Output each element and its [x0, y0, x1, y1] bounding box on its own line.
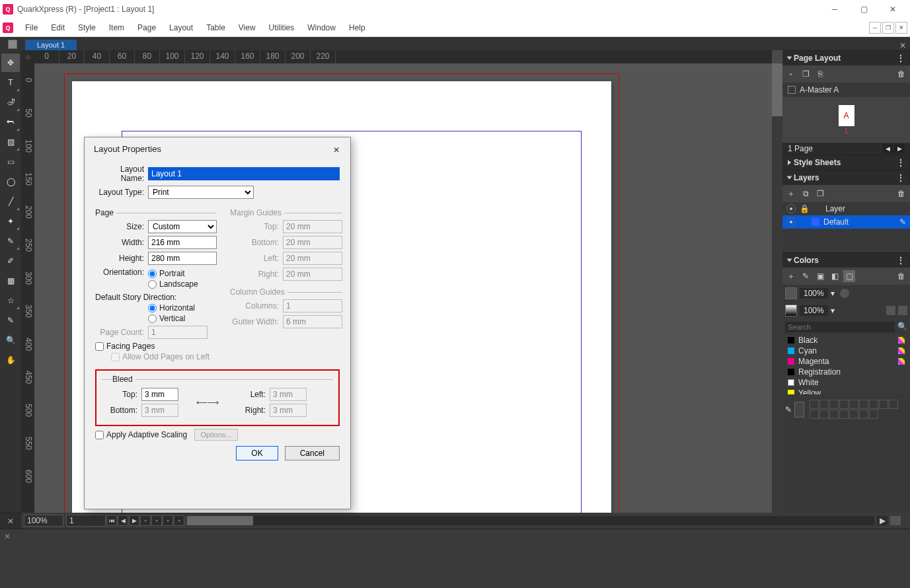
- vertical-ruler[interactable]: 0 50 100 150 200 250 300 350 400 450 500…: [21, 63, 34, 513]
- resize-handle-icon[interactable]: [890, 516, 901, 525]
- table-tool[interactable]: ▦: [1, 272, 20, 290]
- visibility-icon[interactable]: [786, 217, 796, 227]
- dup-page-icon[interactable]: ❐: [800, 68, 812, 80]
- menu-item[interactable]: Item: [102, 18, 131, 37]
- layer-row[interactable]: 🔒Layer: [782, 202, 910, 215]
- layer-row-selected[interactable]: Default✎: [782, 215, 910, 229]
- close-button[interactable]: ✕: [878, 0, 907, 18]
- layout-name-input[interactable]: [148, 167, 340, 180]
- frame-color-icon[interactable]: ▣: [814, 270, 826, 282]
- menu-file[interactable]: File: [19, 18, 44, 37]
- color-item[interactable]: Registration: [782, 367, 910, 377]
- panel-menu-icon[interactable]: ⋮: [897, 173, 905, 182]
- delete-page-icon[interactable]: 🗑: [895, 68, 907, 80]
- size-select[interactable]: Custom: [148, 220, 217, 233]
- page-next-icon[interactable]: ▶: [894, 144, 905, 153]
- zoom-input[interactable]: [24, 515, 63, 527]
- height-input[interactable]: [148, 252, 217, 265]
- menu-style[interactable]: Style: [71, 18, 102, 37]
- color-item[interactable]: Yellow: [782, 388, 910, 394]
- color-item[interactable]: Cyan: [782, 346, 910, 356]
- picture-tool[interactable]: ▨: [1, 133, 20, 151]
- link-tool[interactable]: ⮰: [1, 93, 20, 112]
- gradient-fill-icon[interactable]: [785, 305, 797, 316]
- mdi-minimize[interactable]: ─: [869, 22, 881, 34]
- menu-window[interactable]: Window: [301, 18, 342, 37]
- oval-tool[interactable]: ◯: [1, 172, 20, 191]
- fill-color-icon[interactable]: ◧: [829, 270, 841, 282]
- facing-pages-checkbox[interactable]: [95, 342, 104, 351]
- page-prev-icon[interactable]: ◀: [882, 144, 893, 153]
- line-tool[interactable]: ╱: [1, 192, 20, 211]
- rectangle-tool[interactable]: ▭: [1, 153, 20, 171]
- solid-fill-icon[interactable]: [785, 287, 797, 299]
- eyedropper-tool[interactable]: ✎: [1, 311, 20, 330]
- panel-colors-header[interactable]: Colors⋮: [782, 252, 910, 268]
- ok-button[interactable]: OK: [236, 446, 278, 460]
- view-a-icon[interactable]: ▫: [140, 515, 151, 526]
- merge-layer-icon[interactable]: ⧉: [800, 188, 812, 200]
- view-d-icon[interactable]: ▫: [174, 515, 184, 526]
- panel-page-layout-header[interactable]: Page Layout⋮: [782, 50, 910, 65]
- delete-layer-icon[interactable]: 🗑: [895, 188, 907, 200]
- bottom-close-icon[interactable]: ✕: [4, 532, 11, 541]
- bezier-tool[interactable]: ✎: [1, 232, 20, 250]
- menu-layout[interactable]: Layout: [163, 18, 200, 37]
- unlink-tool[interactable]: ⮪: [1, 113, 20, 131]
- first-page-icon[interactable]: ⏮: [106, 515, 117, 526]
- menu-page[interactable]: Page: [131, 18, 163, 37]
- eyedropper-icon[interactable]: ✎: [785, 405, 792, 414]
- pan-tool[interactable]: ✋: [1, 351, 20, 369]
- layout-type-select[interactable]: Print: [148, 186, 254, 199]
- vertical-radio[interactable]: [148, 314, 157, 323]
- dialog-close-icon[interactable]: ✕: [330, 144, 342, 156]
- document-tab[interactable]: Layout 1: [25, 40, 77, 50]
- mdi-close[interactable]: ✕: [895, 22, 907, 34]
- menu-utilities[interactable]: Utilities: [262, 18, 301, 37]
- opacity-icon[interactable]: [840, 289, 849, 298]
- horizontal-scrollbar[interactable]: [187, 516, 874, 525]
- next-page-icon[interactable]: ▶: [129, 515, 139, 526]
- dup-layer-icon[interactable]: ❐: [814, 188, 826, 200]
- view-c-icon[interactable]: ▫: [163, 515, 173, 526]
- portrait-radio[interactable]: [148, 270, 157, 278]
- horizontal-radio[interactable]: [148, 304, 157, 312]
- color-item[interactable]: Black: [782, 335, 910, 346]
- tint-dropdown-icon[interactable]: ▾: [831, 289, 835, 298]
- scroll-right-icon[interactable]: ▶: [877, 516, 888, 525]
- move-tool[interactable]: ✥: [1, 54, 20, 72]
- color-item[interactable]: Magenta: [782, 356, 910, 367]
- current-color-swatch[interactable]: [794, 402, 804, 418]
- new-color-icon[interactable]: ＋: [785, 270, 797, 282]
- lock-icon[interactable]: 🔒: [800, 204, 810, 213]
- view-b-icon[interactable]: ▫: [151, 515, 162, 526]
- tabbar-close-icon[interactable]: ✕: [895, 41, 910, 50]
- horizontal-ruler[interactable]: 0 20 40 60 80 100 120 140 160 180 200 22…: [34, 50, 772, 63]
- menu-table[interactable]: Table: [200, 18, 232, 37]
- color-item[interactable]: White: [782, 377, 910, 388]
- color-search-input[interactable]: [785, 322, 895, 332]
- menu-edit[interactable]: Edit: [44, 18, 71, 37]
- new-page-icon[interactable]: ▫: [785, 68, 797, 80]
- tint-value2[interactable]: 100%: [800, 305, 828, 316]
- width-input[interactable]: [148, 236, 217, 249]
- page-thumb[interactable]: A: [839, 105, 854, 126]
- panel-menu-icon[interactable]: ⋮: [897, 54, 905, 63]
- gradient-b-icon[interactable]: [898, 306, 907, 315]
- content-tool[interactable]: ✦: [1, 212, 20, 231]
- prev-page-icon[interactable]: ◀: [118, 515, 128, 526]
- cancel-button[interactable]: Cancel: [285, 446, 340, 460]
- visibility-icon[interactable]: [786, 204, 796, 213]
- zoom-tool[interactable]: 🔍: [1, 331, 20, 349]
- landscape-radio[interactable]: [148, 280, 157, 289]
- adaptive-scaling-checkbox[interactable]: [95, 431, 104, 439]
- menu-help[interactable]: Help: [342, 18, 372, 37]
- tint-dropdown2-icon[interactable]: ▾: [831, 306, 835, 315]
- panel-layers-header[interactable]: Layers⋮: [782, 170, 910, 185]
- status-collapse-icon[interactable]: ✕: [0, 513, 21, 529]
- edit-color-icon[interactable]: ✎: [800, 270, 812, 282]
- vertical-scrollbar[interactable]: [772, 63, 782, 513]
- tint-value[interactable]: 100%: [800, 288, 828, 299]
- minimize-button[interactable]: ─: [820, 0, 849, 18]
- text-color-icon[interactable]: ▢: [843, 270, 855, 282]
